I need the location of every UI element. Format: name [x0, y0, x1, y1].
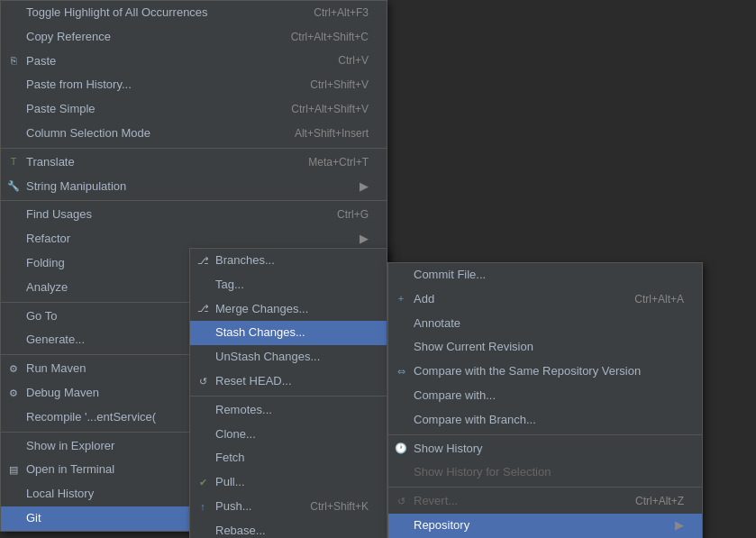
separator — [388, 434, 702, 435]
menu-item-annotate[interactable]: Annotate — [388, 312, 702, 336]
separator — [1, 148, 387, 149]
menu-item-label: Stash Changes... — [215, 324, 305, 342]
menu-item-branches[interactable]: ⎇ Branches... — [190, 249, 387, 273]
menu-item-label: Compare with Branch... — [414, 411, 536, 430]
terminal-icon: ▤ — [6, 463, 21, 478]
menu-item-column-selection[interactable]: Column Selection Mode Alt+Shift+Insert — [1, 122, 387, 146]
menu-item-label: Go To — [26, 307, 57, 326]
menu-item-stash-changes[interactable]: Stash Changes... — [190, 321, 387, 345]
menu-item-label: Run Maven — [26, 360, 86, 378]
menu-item-label: Paste — [26, 52, 56, 71]
menu-item-shortcut: Ctrl+G — [337, 206, 369, 223]
menu-item-label: Revert... — [414, 492, 458, 511]
menu-item-shortcut: Ctrl+V — [338, 52, 369, 69]
menu-item-label: Generate... — [26, 331, 85, 350]
menu-item-commit-file[interactable]: Commit File... — [388, 263, 702, 287]
menu-item-label: String Manipulation — [26, 178, 126, 196]
menu-item-label: Column Selection Mode — [26, 124, 150, 143]
menu-item-copy-reference[interactable]: Copy Reference Ctrl+Alt+Shift+C — [1, 25, 387, 50]
menu-item-clone[interactable]: Clone... — [190, 423, 387, 447]
menu-item-label: Fetch — [215, 449, 245, 468]
menu-item-label: UnStash Changes... — [215, 348, 320, 367]
menu-item-label: Add — [414, 290, 434, 309]
menu-item-label: Git — [26, 509, 41, 528]
menu-item-label: Show History — [414, 440, 483, 459]
menu-item-label: Folding — [26, 254, 65, 273]
menu-item-label: Find Usages — [26, 205, 92, 224]
menu-item-label: Clone... — [215, 425, 256, 444]
menu-item-repository[interactable]: Repository ▶ — [388, 514, 702, 538]
paste-icon: ⎘ — [6, 54, 21, 68]
menu-item-label: Tag... — [215, 276, 244, 295]
menu-item-revert[interactable]: ↺ Revert... Ctrl+Alt+Z — [388, 489, 702, 514]
menu-item-label: Analyze — [26, 278, 68, 297]
menu-item-shortcut: Ctrl+Shift+K — [310, 498, 369, 515]
menu-item-merge-changes[interactable]: ⎇ Merge Changes... — [190, 297, 387, 322]
submenu-arrow-icon: ▶ — [675, 516, 684, 535]
menu-item-paste-history[interactable]: Paste from History... Ctrl+Shift+V — [1, 73, 387, 97]
menu-item-compare-branch[interactable]: Compare with Branch... — [388, 408, 702, 433]
menu-item-remotes[interactable]: Remotes... — [190, 398, 387, 423]
menu-item-paste[interactable]: ⎘ Paste Ctrl+V — [1, 50, 387, 74]
plus-icon: + — [394, 292, 408, 306]
menu-item-string-manipulation[interactable]: 🔧 String Manipulation ▶ — [1, 175, 387, 199]
menu-item-label: Copy Reference — [26, 28, 111, 47]
menu-item-push[interactable]: ↑ Push... Ctrl+Shift+K — [190, 495, 387, 519]
gear-icon: ⚙ — [6, 362, 21, 377]
history-icon: 🕐 — [394, 442, 408, 456]
menu-item-label: Repository — [414, 516, 469, 535]
menu-item-label: Commit File... — [414, 266, 486, 285]
menu-item-show-history-selection[interactable]: Show History for Selection — [388, 460, 702, 485]
menu-item-shortcut: Meta+Ctrl+T — [308, 154, 369, 171]
translate-icon: T — [6, 155, 21, 169]
menu-item-reset-head[interactable]: ↺ Reset HEAD... — [190, 369, 387, 394]
menu-item-label: Debug Maven — [26, 384, 99, 403]
menu-item-shortcut: Ctrl+Alt+F3 — [314, 5, 369, 22]
menu-item-compare-with[interactable]: Compare with... — [388, 384, 702, 408]
menu-item-label: Paste from History... — [26, 76, 132, 95]
menu-item-find-usages[interactable]: Find Usages Ctrl+G — [1, 203, 387, 227]
git-operations-submenu: Commit File... + Add Ctrl+Alt+A Annotate… — [387, 262, 703, 538]
menu-item-label: Merge Changes... — [215, 300, 308, 319]
menu-item-label: Refactor — [26, 230, 70, 249]
menu-item-label: Paste Simple — [26, 100, 96, 119]
menu-item-paste-simple[interactable]: Paste Simple Ctrl+Alt+Shift+V — [1, 97, 387, 122]
menu-item-tag[interactable]: Tag... — [190, 273, 387, 297]
menu-item-pull[interactable]: ✔ Pull... — [190, 470, 387, 495]
menu-item-label: Toggle Highlight of All Occurrences — [26, 4, 208, 23]
arrow-up-icon: ↑ — [196, 499, 210, 514]
menu-item-shortcut: Ctrl+Alt+Z — [635, 493, 684, 510]
menu-item-label: Show History for Selection — [414, 463, 551, 482]
menu-item-translate[interactable]: T Translate Meta+Ctrl+T — [1, 150, 387, 175]
menu-item-label: Compare with... — [414, 387, 496, 406]
separator — [190, 396, 387, 397]
revert-icon: ↺ — [394, 495, 408, 509]
menu-item-compare-same-repo[interactable]: ⇔ Compare with the Same Repository Versi… — [388, 360, 702, 384]
git-submenu: ⎇ Branches... Tag... ⎇ Merge Changes... … — [189, 248, 387, 538]
menu-item-label: Open in Terminal — [26, 460, 114, 479]
menu-item-label: Pull... — [215, 473, 245, 492]
menu-item-label: Annotate — [414, 315, 460, 333]
menu-item-label: Remotes... — [215, 401, 272, 420]
menu-item-shortcut: Ctrl+Alt+Shift+V — [291, 101, 369, 118]
submenu-arrow-icon: ▶ — [360, 230, 369, 249]
menu-item-show-history[interactable]: 🕐 Show History — [388, 437, 702, 461]
menu-item-label: Push... — [215, 497, 251, 516]
menu-item-label: Reset HEAD... — [215, 372, 292, 391]
menu-item-fetch[interactable]: Fetch — [190, 446, 387, 470]
menu-item-label: Local History — [26, 485, 94, 504]
menu-item-unstash-changes[interactable]: UnStash Changes... — [190, 345, 387, 369]
menu-item-rebase[interactable]: Rebase... — [190, 519, 387, 538]
separator — [388, 487, 702, 488]
reset-icon: ↺ — [196, 374, 210, 388]
menu-item-show-current-revision[interactable]: Show Current Revision — [388, 335, 702, 360]
menu-item-label: Compare with the Same Repository Version — [414, 362, 641, 381]
menu-item-label: Translate — [26, 153, 75, 172]
menu-item-toggle-highlight[interactable]: Toggle Highlight of All Occurrences Ctrl… — [1, 1, 387, 25]
menu-item-shortcut: Alt+Shift+Insert — [295, 125, 369, 142]
menu-item-add[interactable]: + Add Ctrl+Alt+A — [388, 287, 702, 312]
submenu-arrow-icon: ▶ — [360, 178, 369, 196]
menu-item-shortcut: Ctrl+Alt+A — [634, 291, 684, 308]
menu-item-label: Recompile '...entService( — [26, 408, 156, 427]
gear-icon: ⚙ — [6, 386, 21, 400]
